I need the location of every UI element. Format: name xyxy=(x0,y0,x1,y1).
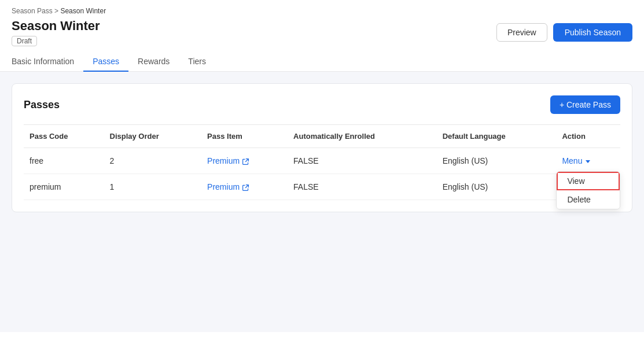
breadcrumb-parent[interactable]: Season Pass xyxy=(12,7,53,15)
title-row: Season Winter Draft Preview Publish Seas… xyxy=(12,19,632,46)
table-row: premium 1 Premium FALSE xyxy=(24,174,620,200)
create-pass-button[interactable]: + Create Pass xyxy=(550,95,620,114)
menu-button-free[interactable]: Menu xyxy=(562,156,590,165)
pass-item-link-free[interactable]: Premium xyxy=(207,156,282,165)
cell-display-order-premium: 1 xyxy=(104,174,202,200)
tab-passes[interactable]: Passes xyxy=(83,52,128,72)
col-display-order: Display Order xyxy=(104,125,202,148)
publish-button[interactable]: Publish Season xyxy=(553,23,632,42)
passes-section-title: Passes xyxy=(24,99,60,111)
preview-button[interactable]: Preview xyxy=(496,23,547,42)
tabs-row: Basic Information Passes Rewards Tiers xyxy=(12,52,632,71)
action-col-free: Menu View Delete xyxy=(556,148,620,174)
dropdown-view-button[interactable]: View xyxy=(557,172,620,190)
cell-language-free: English (US) xyxy=(437,148,557,174)
external-link-icon xyxy=(242,184,249,191)
breadcrumb-separator: > xyxy=(54,7,58,15)
external-link-icon xyxy=(242,158,249,165)
col-action: Action xyxy=(556,125,620,148)
cell-pass-item-premium: Premium xyxy=(201,174,288,200)
page-title: Season Winter xyxy=(12,19,100,34)
table-header-row: Pass Code Display Order Pass Item Automa… xyxy=(24,125,620,148)
col-pass-item: Pass Item xyxy=(201,125,288,148)
tab-tiers[interactable]: Tiers xyxy=(179,52,215,72)
cell-pass-code-free: free xyxy=(24,148,104,174)
title-actions: Preview Publish Season xyxy=(496,23,632,42)
passes-card: Passes + Create Pass Pass Code Display O… xyxy=(12,83,632,212)
col-pass-code: Pass Code xyxy=(24,125,104,148)
passes-header: Passes + Create Pass xyxy=(24,95,620,114)
cell-auto-enrolled-free: FALSE xyxy=(288,148,437,174)
action-dropdown-free: View Delete xyxy=(556,171,620,209)
col-default-language: Default Language xyxy=(437,125,557,148)
main-content: Passes + Create Pass Pass Code Display O… xyxy=(0,72,644,332)
cell-language-premium: English (US) xyxy=(437,174,557,200)
header-section: Season Pass > Season Winter Season Winte… xyxy=(0,0,644,72)
title-left: Season Winter Draft xyxy=(12,19,100,46)
pass-item-link-premium[interactable]: Premium xyxy=(207,182,282,191)
col-auto-enrolled: Automatically Enrolled xyxy=(288,125,437,148)
table-row: free 2 Premium FALSE xyxy=(24,148,620,174)
draft-badge: Draft xyxy=(12,36,37,46)
dropdown-delete-button[interactable]: Delete xyxy=(557,190,620,209)
breadcrumb-current: Season Winter xyxy=(60,7,106,15)
cell-pass-item-free: Premium xyxy=(201,148,288,174)
passes-table: Pass Code Display Order Pass Item Automa… xyxy=(24,125,620,200)
chevron-down-icon xyxy=(586,160,590,163)
tab-basic-information[interactable]: Basic Information xyxy=(12,52,83,72)
table-container: Pass Code Display Order Pass Item Automa… xyxy=(24,124,620,200)
tab-rewards[interactable]: Rewards xyxy=(128,52,179,72)
cell-auto-enrolled-premium: FALSE xyxy=(288,174,437,200)
cell-pass-code-premium: premium xyxy=(24,174,104,200)
cell-display-order-free: 2 xyxy=(104,148,202,174)
page-wrapper: Season Pass > Season Winter Season Winte… xyxy=(0,0,644,343)
breadcrumb: Season Pass > Season Winter xyxy=(12,7,632,15)
